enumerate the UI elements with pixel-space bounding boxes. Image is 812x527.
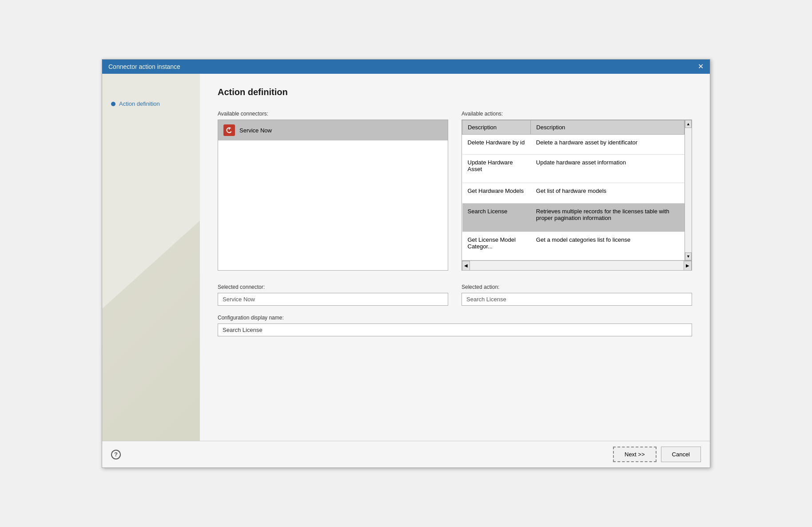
connector-item-servicenow[interactable]: Service Now (218, 120, 448, 140)
actions-table-container: Description Description Delete Hardware … (462, 120, 692, 271)
sidebar-dot-icon (111, 102, 115, 106)
dialog-footer: ? Next >> Cancel (102, 441, 710, 467)
config-display-name-label: Configuration display name: (218, 315, 692, 321)
table-scrollbar-h[interactable]: ◀ ▶ (462, 260, 692, 270)
table-row[interactable]: Get License Model Categor... Get a model… (462, 232, 685, 260)
action-description: Get a model categories list fo license (531, 232, 685, 260)
config-display-name-input[interactable] (218, 323, 692, 336)
table-row-selected[interactable]: Search License Retrieves multiple record… (462, 203, 685, 232)
scroll-right-button[interactable]: ▶ (684, 261, 692, 271)
table-row[interactable]: Get Hardware Models Get list of hardware… (462, 183, 685, 203)
action-description: Retrieves multiple records for the licen… (531, 203, 685, 232)
footer-right: Next >> Cancel (613, 447, 701, 462)
scroll-track-h (470, 261, 684, 270)
selected-connector-col: Selected connector: (218, 284, 448, 306)
connectors-actions-row: Available connectors: Service Now (218, 111, 692, 271)
action-name: Get License Model Categor... (462, 232, 531, 260)
table-row[interactable]: Delete Hardware by id Delete a hardware … (462, 135, 685, 155)
footer-left: ? (111, 450, 121, 459)
config-section: Configuration display name: (218, 315, 692, 336)
scroll-down-button[interactable]: ▼ (685, 252, 692, 260)
action-name: Update Hardware Asset (462, 155, 531, 183)
selected-action-label: Selected action: (462, 284, 692, 290)
actions-wrapper: Description Description Delete Hardware … (462, 120, 692, 270)
main-content: Action definition Available connectors: (200, 74, 710, 441)
selected-connector-label: Selected connector: (218, 284, 448, 290)
next-button[interactable]: Next >> (613, 447, 657, 462)
scroll-up-button[interactable]: ▲ (685, 120, 692, 128)
table-scrollbar-v[interactable]: ▲ ▼ (685, 120, 692, 260)
selected-row: Selected connector: Selected action: (218, 284, 692, 306)
col-desc-header: Description (531, 120, 685, 135)
scroll-track (685, 128, 692, 252)
action-name: Get Hardware Models (462, 183, 531, 203)
connectors-col: Available connectors: Service Now (218, 111, 448, 271)
connector-name: Service Now (239, 127, 272, 134)
action-name: Delete Hardware by id (462, 135, 531, 155)
sidebar-background (102, 220, 200, 441)
connector-action-dialog: Connector action instance ✕ Action defin… (102, 59, 710, 468)
selected-connector-input[interactable] (218, 293, 448, 306)
title-bar: Connector action instance ✕ (102, 60, 710, 74)
action-description: Update hardware asset information (531, 155, 685, 183)
page-title: Action definition (218, 87, 692, 97)
col-name-header: Description (462, 120, 531, 135)
table-row[interactable]: Update Hardware Asset Update hardware as… (462, 155, 685, 183)
actions-col: Available actions: Description De (462, 111, 692, 271)
action-name: Search License (462, 203, 531, 232)
help-button[interactable]: ? (111, 450, 121, 459)
sidebar-item-action-definition[interactable]: Action definition (111, 100, 191, 107)
dialog-body: Action definition Action definition Avai… (102, 74, 710, 441)
selected-action-input[interactable] (462, 293, 692, 306)
action-description: Delete a hardware asset by identificator (531, 135, 685, 155)
action-description: Get list of hardware models (531, 183, 685, 203)
power-icon (223, 124, 235, 136)
sidebar: Action definition (102, 74, 200, 441)
sidebar-item-label: Action definition (119, 100, 160, 107)
available-connectors-label: Available connectors: (218, 111, 448, 117)
connectors-list[interactable]: Service Now (218, 120, 448, 271)
scroll-left-button[interactable]: ◀ (462, 261, 470, 271)
selected-action-col: Selected action: (462, 284, 692, 306)
cancel-button[interactable]: Cancel (661, 447, 701, 462)
dialog-title: Connector action instance (108, 63, 180, 70)
available-actions-label: Available actions: (462, 111, 692, 117)
close-button[interactable]: ✕ (698, 63, 704, 70)
actions-table: Description Description Delete Hardware … (462, 120, 685, 260)
